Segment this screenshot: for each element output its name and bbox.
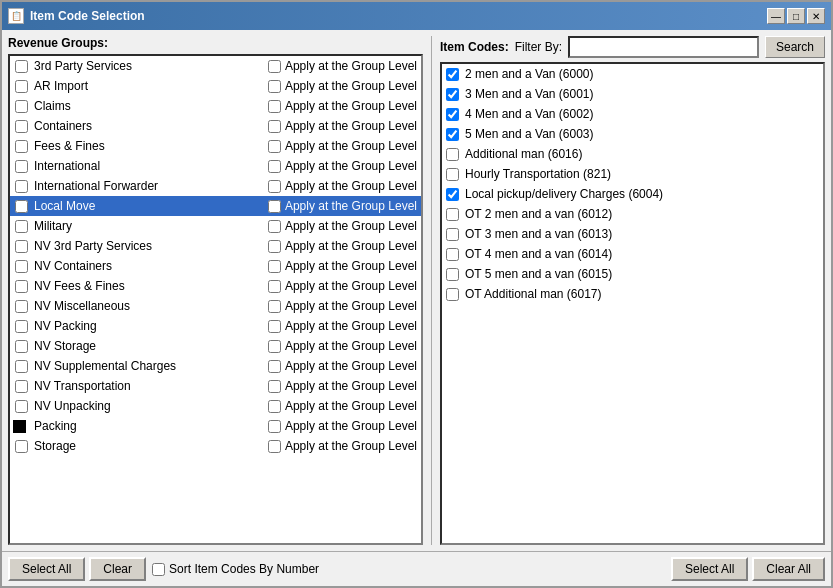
revenue-group-row[interactable]: NV ContainersApply at the Group Level xyxy=(10,256,421,276)
apply-group-level-checkbox[interactable] xyxy=(268,440,281,453)
filter-input[interactable] xyxy=(568,36,759,58)
apply-group-level-checkbox[interactable] xyxy=(268,360,281,373)
revenue-group-checkbox[interactable] xyxy=(15,100,28,113)
right-select-all-button[interactable]: Select All xyxy=(671,557,748,581)
apply-group-level-checkbox[interactable] xyxy=(268,160,281,173)
item-code-row[interactable]: Additional man (6016) xyxy=(442,144,823,164)
revenue-group-label: International xyxy=(32,159,268,173)
apply-group-level-checkbox[interactable] xyxy=(268,220,281,233)
revenue-group-row[interactable]: NV Supplemental ChargesApply at the Grou… xyxy=(10,356,421,376)
apply-group-level-checkbox[interactable] xyxy=(268,140,281,153)
apply-group-level-checkbox[interactable] xyxy=(268,60,281,73)
item-code-row[interactable]: Hourly Transportation (821) xyxy=(442,164,823,184)
revenue-group-checkbox[interactable] xyxy=(15,340,28,353)
sort-checkbox[interactable] xyxy=(152,563,165,576)
revenue-group-checkbox[interactable] xyxy=(15,80,28,93)
item-code-row[interactable]: 5 Men and a Van (6003) xyxy=(442,124,823,144)
revenue-group-checkbox[interactable] xyxy=(15,400,28,413)
apply-group-level-checkbox[interactable] xyxy=(268,100,281,113)
item-code-checkbox[interactable] xyxy=(446,268,459,281)
revenue-groups-list[interactable]: 3rd Party ServicesApply at the Group Lev… xyxy=(8,54,423,545)
revenue-group-checkbox[interactable] xyxy=(15,180,28,193)
item-code-checkbox[interactable] xyxy=(446,68,459,81)
item-code-row[interactable]: 3 Men and a Van (6001) xyxy=(442,84,823,104)
left-select-all-button[interactable]: Select All xyxy=(8,557,85,581)
item-code-row[interactable]: Local pickup/delivery Charges (6004) xyxy=(442,184,823,204)
item-code-checkbox[interactable] xyxy=(446,88,459,101)
item-code-checkbox[interactable] xyxy=(446,208,459,221)
revenue-group-row[interactable]: 3rd Party ServicesApply at the Group Lev… xyxy=(10,56,421,76)
apply-group-level-checkbox[interactable] xyxy=(268,240,281,253)
revenue-group-checkbox[interactable] xyxy=(15,440,28,453)
apply-group-level-checkbox[interactable] xyxy=(268,300,281,313)
apply-group-level-checkbox[interactable] xyxy=(268,340,281,353)
bottom-bar: Select All Clear Sort Item Codes By Numb… xyxy=(2,551,831,586)
apply-group-level-checkbox[interactable] xyxy=(268,320,281,333)
revenue-group-checkbox[interactable] xyxy=(15,240,28,253)
revenue-group-row[interactable]: MilitaryApply at the Group Level xyxy=(10,216,421,236)
revenue-group-checkbox[interactable] xyxy=(15,120,28,133)
left-clear-button[interactable]: Clear xyxy=(89,557,146,581)
revenue-group-row[interactable]: NV MiscellaneousApply at the Group Level xyxy=(10,296,421,316)
item-code-checkbox[interactable] xyxy=(446,128,459,141)
revenue-group-checkbox[interactable] xyxy=(15,320,28,333)
revenue-group-row[interactable]: PackingApply at the Group Level xyxy=(10,416,421,436)
apply-group-level-checkbox[interactable] xyxy=(268,260,281,273)
item-code-checkbox[interactable] xyxy=(446,248,459,261)
apply-group-level-checkbox[interactable] xyxy=(268,80,281,93)
item-code-row[interactable]: OT 5 men and a van (6015) xyxy=(442,264,823,284)
revenue-group-checkbox[interactable] xyxy=(15,220,28,233)
revenue-group-row[interactable]: InternationalApply at the Group Level xyxy=(10,156,421,176)
item-code-checkbox[interactable] xyxy=(446,188,459,201)
apply-group-level-checkbox[interactable] xyxy=(268,280,281,293)
revenue-group-row[interactable]: NV StorageApply at the Group Level xyxy=(10,336,421,356)
item-code-row[interactable]: OT 4 men and a van (6014) xyxy=(442,244,823,264)
apply-group-level-checkbox[interactable] xyxy=(268,120,281,133)
revenue-group-row[interactable]: ContainersApply at the Group Level xyxy=(10,116,421,136)
revenue-group-row[interactable]: International ForwarderApply at the Grou… xyxy=(10,176,421,196)
item-code-label: OT 5 men and a van (6015) xyxy=(465,267,612,281)
revenue-group-row[interactable]: StorageApply at the Group Level xyxy=(10,436,421,456)
item-code-row[interactable]: 2 men and a Van (6000) xyxy=(442,64,823,84)
right-clear-all-button[interactable]: Clear All xyxy=(752,557,825,581)
revenue-group-label: Military xyxy=(32,219,268,233)
close-button[interactable]: ✕ xyxy=(807,8,825,24)
revenue-group-row[interactable]: Fees & FinesApply at the Group Level xyxy=(10,136,421,156)
revenue-group-row[interactable]: Local MoveApply at the Group Level xyxy=(10,196,421,216)
item-code-checkbox[interactable] xyxy=(446,108,459,121)
item-code-checkbox[interactable] xyxy=(446,168,459,181)
item-code-row[interactable]: OT Additional man (6017) xyxy=(442,284,823,304)
revenue-group-row[interactable]: ClaimsApply at the Group Level xyxy=(10,96,421,116)
revenue-group-checkbox[interactable] xyxy=(15,380,28,393)
revenue-group-row[interactable]: AR ImportApply at the Group Level xyxy=(10,76,421,96)
revenue-group-checkbox[interactable] xyxy=(15,200,28,213)
revenue-group-row[interactable]: NV PackingApply at the Group Level xyxy=(10,316,421,336)
revenue-group-checkbox[interactable] xyxy=(15,140,28,153)
apply-group-level-checkbox[interactable] xyxy=(268,200,281,213)
apply-group-level-checkbox[interactable] xyxy=(268,400,281,413)
revenue-group-checkbox[interactable] xyxy=(15,160,28,173)
revenue-group-checkbox[interactable] xyxy=(15,280,28,293)
revenue-group-row[interactable]: NV Fees & FinesApply at the Group Level xyxy=(10,276,421,296)
apply-group-level-checkbox[interactable] xyxy=(268,380,281,393)
item-codes-list[interactable]: 2 men and a Van (6000)3 Men and a Van (6… xyxy=(440,62,825,545)
item-code-checkbox[interactable] xyxy=(446,148,459,161)
item-code-row[interactable]: 4 Men and a Van (6002) xyxy=(442,104,823,124)
apply-group-level-label: Apply at the Group Level xyxy=(281,279,421,293)
revenue-group-checkbox[interactable] xyxy=(15,60,28,73)
revenue-group-row[interactable]: NV TransportationApply at the Group Leve… xyxy=(10,376,421,396)
apply-group-level-checkbox[interactable] xyxy=(268,180,281,193)
apply-group-level-checkbox[interactable] xyxy=(268,420,281,433)
minimize-button[interactable]: — xyxy=(767,8,785,24)
item-code-row[interactable]: OT 2 men and a van (6012) xyxy=(442,204,823,224)
item-code-row[interactable]: OT 3 men and a van (6013) xyxy=(442,224,823,244)
maximize-button[interactable]: □ xyxy=(787,8,805,24)
revenue-group-checkbox[interactable] xyxy=(15,300,28,313)
revenue-group-checkbox[interactable] xyxy=(15,360,28,373)
revenue-group-row[interactable]: NV 3rd Party ServicesApply at the Group … xyxy=(10,236,421,256)
item-code-checkbox[interactable] xyxy=(446,228,459,241)
item-code-checkbox[interactable] xyxy=(446,288,459,301)
search-button[interactable]: Search xyxy=(765,36,825,58)
revenue-group-checkbox[interactable] xyxy=(15,260,28,273)
revenue-group-row[interactable]: NV UnpackingApply at the Group Level xyxy=(10,396,421,416)
